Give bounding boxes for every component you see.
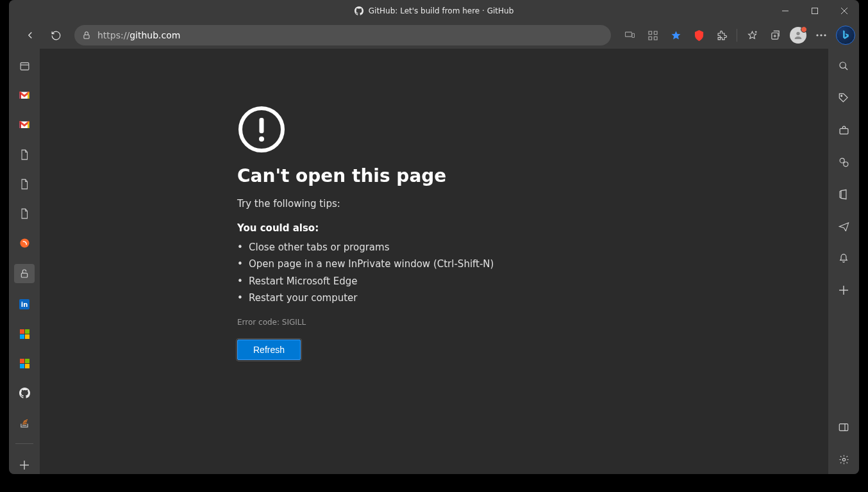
refresh-toolbar-button[interactable] <box>45 24 67 46</box>
maximize-button[interactable] <box>800 0 830 22</box>
error-block: Can't open this page Try the following t… <box>237 105 583 360</box>
body-row: in Can't open this page Try the followin… <box>9 49 859 474</box>
svg-point-32 <box>259 136 264 142</box>
svg-rect-36 <box>840 128 848 134</box>
error-title: Can't open this page <box>237 165 583 186</box>
github-icon <box>355 6 363 15</box>
address-bar[interactable]: https://github.com <box>74 25 611 45</box>
svg-point-18 <box>820 34 822 36</box>
svg-rect-1 <box>812 8 818 14</box>
minimize-button[interactable] <box>771 0 800 22</box>
close-button[interactable] <box>830 0 859 22</box>
suggestion-item: Close other tabs or programs <box>237 239 583 256</box>
bell-icon[interactable] <box>833 250 854 266</box>
bing-button[interactable] <box>836 26 855 45</box>
warning-icon <box>237 105 286 154</box>
svg-rect-4 <box>84 35 89 38</box>
svg-rect-23 <box>21 273 27 277</box>
lock-icon <box>82 31 91 40</box>
titlebar: GitHub: Let's build from here · GitHub <box>9 0 859 22</box>
window-title-group: GitHub: Let's build from here · GitHub <box>355 6 514 15</box>
tools-icon[interactable] <box>833 122 854 138</box>
gmail-tab-2[interactable] <box>14 117 35 133</box>
back-button[interactable] <box>19 24 41 46</box>
suggestion-item: Restart Microsoft Edge <box>237 273 583 290</box>
svg-rect-9 <box>648 37 651 40</box>
error-subtitle: You could also: <box>237 222 583 234</box>
svg-rect-26 <box>23 422 28 423</box>
error-code: Error code: SIGILL <box>237 318 583 327</box>
svg-point-19 <box>824 34 826 36</box>
svg-rect-8 <box>654 31 657 34</box>
svg-rect-10 <box>654 37 657 40</box>
error-suggestions: Close other tabs or programs Open page i… <box>237 239 583 306</box>
window-controls <box>771 0 859 22</box>
performance-icon[interactable] <box>833 154 854 170</box>
office-icon[interactable] <box>833 186 854 202</box>
search-icon[interactable] <box>833 58 854 74</box>
settings-icon[interactable] <box>833 451 854 468</box>
new-tab-button[interactable] <box>14 457 35 473</box>
svg-rect-42 <box>839 424 847 431</box>
svg-point-22 <box>20 238 29 247</box>
rail-divider <box>15 443 33 444</box>
svg-point-44 <box>842 458 845 461</box>
document-tab-2[interactable] <box>14 176 35 192</box>
microsoft-tab-2[interactable] <box>14 355 35 372</box>
app-tab-orange[interactable] <box>14 234 35 251</box>
svg-point-16 <box>796 32 799 35</box>
svg-rect-27 <box>24 420 28 422</box>
stackoverflow-tab[interactable] <box>14 414 35 430</box>
more-icon[interactable] <box>810 24 832 46</box>
svg-rect-25 <box>22 423 27 425</box>
current-tab-github[interactable] <box>14 264 35 283</box>
error-tip: Try the following tips: <box>237 198 583 209</box>
svg-rect-6 <box>632 33 635 37</box>
microsoft-tab-1[interactable] <box>14 325 35 342</box>
device-icon[interactable] <box>619 24 640 46</box>
shopping-tag-icon[interactable] <box>833 90 854 106</box>
star-icon[interactable] <box>665 24 687 46</box>
svg-rect-5 <box>625 32 631 37</box>
github-tab[interactable] <box>14 384 35 401</box>
gmail-tab-1[interactable] <box>14 87 35 104</box>
vertical-tabs-rail: in <box>9 49 40 474</box>
browser-window: GitHub: Let's build from here · GitHub h… <box>9 0 859 474</box>
toolbar-separator <box>737 29 737 42</box>
suggestion-item: Restart your computer <box>237 290 583 306</box>
grid-icon[interactable] <box>642 24 664 46</box>
profile-avatar[interactable] <box>787 24 809 46</box>
send-icon[interactable] <box>833 218 854 234</box>
toolbar: https://github.com <box>9 22 859 49</box>
svg-line-34 <box>845 67 847 70</box>
document-tab-3[interactable] <box>14 205 35 222</box>
svg-point-35 <box>841 95 842 97</box>
svg-rect-7 <box>648 31 651 34</box>
svg-rect-31 <box>260 118 264 133</box>
svg-rect-24 <box>22 425 26 426</box>
svg-rect-20 <box>21 62 29 69</box>
refresh-button[interactable]: Refresh <box>237 340 301 360</box>
linkedin-tab[interactable]: in <box>14 296 35 313</box>
document-tab-1[interactable] <box>14 146 35 163</box>
adblock-icon[interactable] <box>688 24 710 46</box>
extensions-icon[interactable] <box>711 24 733 46</box>
svg-point-33 <box>840 62 846 68</box>
url-text: https://github.com <box>97 30 180 40</box>
svg-point-17 <box>816 34 818 36</box>
add-sidebar-icon[interactable] <box>833 282 854 299</box>
favorites-icon[interactable] <box>741 24 763 46</box>
collections-icon[interactable] <box>764 24 786 46</box>
sidebar-toggle-icon[interactable] <box>833 419 854 436</box>
suggestion-item: Open page in a new InPrivate window (Ctr… <box>237 256 583 272</box>
right-sidebar <box>828 49 859 474</box>
page-content: Can't open this page Try the following t… <box>40 49 828 474</box>
tab-actions-icon[interactable] <box>14 58 35 74</box>
window-title: GitHub: Let's build from here · GitHub <box>369 6 514 15</box>
